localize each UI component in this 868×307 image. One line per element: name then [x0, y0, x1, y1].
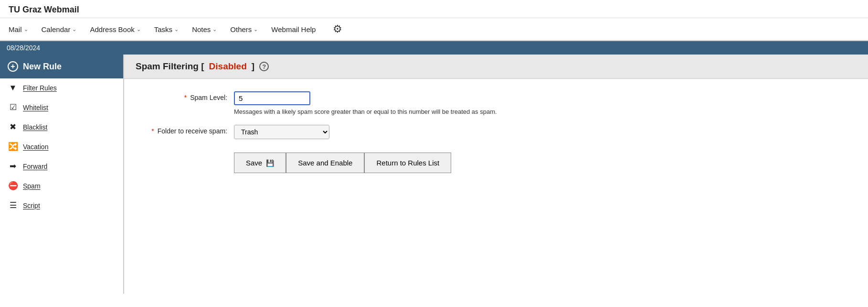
- nav-addressbook[interactable]: Address Book ⌄: [90, 25, 140, 33]
- nav-calendar-chevron: ⌄: [72, 26, 76, 33]
- required-star: *: [184, 94, 187, 101]
- settings-icon[interactable]: ⚙: [333, 23, 342, 35]
- content-header: Spam Filtering [Disabled] ?: [124, 55, 868, 79]
- nav-calendar-label: Calendar: [42, 25, 71, 33]
- save-and-enable-button[interactable]: Save and Enable: [286, 153, 364, 173]
- forward-icon: ➡: [8, 161, 18, 171]
- sidebar-blacklist-label: Blacklist: [23, 123, 47, 131]
- filter-rules-icon: ▼: [8, 83, 18, 93]
- nav-addressbook-label: Address Book: [90, 25, 134, 33]
- return-label: Return to Rules List: [376, 159, 439, 167]
- nav-tasks-label: Tasks: [154, 25, 172, 33]
- return-to-rules-list-button[interactable]: Return to Rules List: [364, 153, 451, 173]
- nav-calendar[interactable]: Calendar ⌄: [42, 25, 77, 33]
- whitelist-icon: ☑: [8, 102, 18, 112]
- page-title: Spam Filtering [Disabled] ?: [136, 61, 857, 72]
- sidebar: + New Rule ▼ Filter Rules ☑ Whitelist ✖ …: [0, 55, 124, 294]
- sidebar-item-spam[interactable]: ⛔ Spam: [0, 176, 123, 196]
- vacation-icon: 🔀: [8, 142, 18, 152]
- nav-others-label: Others: [230, 25, 252, 33]
- spam-level-row: * Spam Level: Messages with a likely spa…: [138, 91, 854, 115]
- required-star-folder: *: [151, 127, 154, 135]
- nav-bar: Mail ⌄ Calendar ⌄ Address Book ⌄ Tasks ⌄…: [0, 18, 868, 41]
- sidebar-item-vacation[interactable]: 🔀 Vacation: [0, 137, 123, 156]
- page-title-text: Spam Filtering [: [136, 61, 204, 72]
- nav-others-chevron: ⌄: [254, 26, 258, 33]
- save-button-label: Save: [246, 159, 262, 167]
- sidebar-item-filter-rules[interactable]: ▼ Filter Rules: [0, 78, 123, 98]
- nav-tasks-chevron: ⌄: [174, 26, 179, 33]
- sidebar-forward-label: Forward: [23, 163, 47, 170]
- sidebar-item-blacklist[interactable]: ✖ Blacklist: [0, 117, 123, 137]
- main-layout: + New Rule ▼ Filter Rules ☑ Whitelist ✖ …: [0, 55, 868, 294]
- save-and-enable-label: Save and Enable: [298, 159, 352, 167]
- nav-notes-chevron: ⌄: [212, 26, 217, 33]
- sidebar-item-whitelist[interactable]: ☑ Whitelist: [0, 98, 123, 117]
- nav-notes[interactable]: Notes ⌄: [192, 25, 217, 33]
- folder-field: Trash Inbox Junk SPAM: [234, 125, 329, 139]
- folder-select[interactable]: Trash Inbox Junk SPAM: [234, 125, 329, 139]
- nav-mail-label: Mail: [9, 25, 22, 33]
- nav-addressbook-chevron: ⌄: [137, 26, 141, 33]
- nav-notes-label: Notes: [192, 25, 211, 33]
- status-badge: Disabled: [209, 61, 247, 72]
- app-title: TU Graz Webmail: [0, 0, 868, 18]
- sidebar-whitelist-label: Whitelist: [23, 104, 48, 111]
- spam-level-hint: Messages with a likely spam score greate…: [234, 108, 497, 115]
- script-icon: ☰: [8, 200, 18, 210]
- new-rule-plus-icon: +: [8, 61, 18, 72]
- new-rule-label: New Rule: [23, 62, 62, 72]
- sidebar-vacation-label: Vacation: [23, 143, 48, 151]
- new-rule-button[interactable]: + New Rule: [0, 55, 123, 78]
- nav-mail-chevron: ⌄: [24, 26, 28, 33]
- blacklist-icon: ✖: [8, 122, 18, 132]
- spam-level-label: * Spam Level:: [138, 91, 234, 101]
- sidebar-filter-rules-label: Filter Rules: [23, 84, 57, 92]
- nav-webmail-help-label: Webmail Help: [271, 25, 316, 33]
- help-icon[interactable]: ?: [259, 62, 269, 71]
- nav-tasks[interactable]: Tasks ⌄: [154, 25, 179, 33]
- spam-level-field: Messages with a likely spam score greate…: [234, 91, 497, 115]
- spam-icon: ⛔: [8, 181, 18, 191]
- buttons-row: Save 💾 Save and Enable Return to Rules L…: [234, 153, 854, 173]
- content-area: Spam Filtering [Disabled] ? * Spam Level…: [124, 55, 868, 294]
- nav-webmail-help[interactable]: Webmail Help: [271, 25, 316, 33]
- save-button[interactable]: Save 💾: [234, 153, 286, 173]
- page-title-end: ]: [252, 61, 254, 72]
- nav-others[interactable]: Others ⌄: [230, 25, 258, 33]
- save-disk-icon: 💾: [266, 159, 274, 167]
- sidebar-item-forward[interactable]: ➡ Forward: [0, 156, 123, 176]
- sidebar-item-script[interactable]: ☰ Script: [0, 196, 123, 215]
- spam-level-input[interactable]: [234, 91, 310, 105]
- content-body: * Spam Level: Messages with a likely spa…: [124, 79, 868, 186]
- sidebar-script-label: Script: [23, 202, 40, 209]
- date-bar: 08/28/2024: [0, 41, 868, 55]
- folder-label: * Folder to receive spam:: [138, 125, 234, 135]
- spam-level-spinner: [234, 91, 497, 105]
- sidebar-spam-label: Spam: [23, 182, 41, 190]
- folder-row: * Folder to receive spam: Trash Inbox Ju…: [138, 125, 854, 139]
- nav-mail[interactable]: Mail ⌄: [9, 25, 28, 33]
